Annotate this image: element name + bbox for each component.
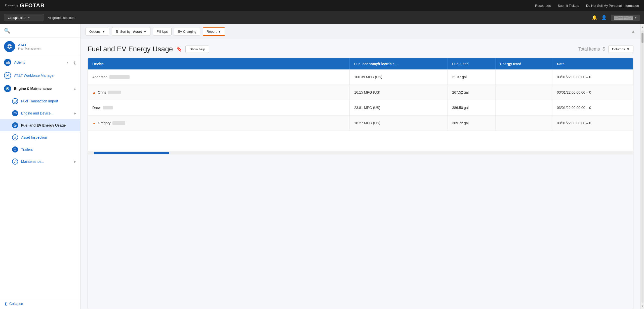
vertical-scrollbar[interactable]: ▲ ▼: [640, 24, 644, 309]
groups-filter-label: Groups filter: [8, 16, 26, 20]
energy-used-cell: [496, 115, 552, 131]
user-profile-chevron-icon: ▼: [634, 16, 637, 19]
energy-used-cell: [496, 100, 552, 115]
table-row: [88, 131, 633, 151]
empty-cell: [88, 131, 633, 151]
fuel-economy-cell: 23.81 MPG (US): [350, 100, 448, 115]
svg-point-10: [7, 88, 8, 89]
columns-button[interactable]: Columns ▼: [608, 46, 633, 53]
column-date: Date: [552, 58, 633, 69]
groups-selected-text: All groups selected: [48, 16, 75, 20]
energy-used-cell: [496, 85, 552, 100]
device-name-anderson: Anderson: [92, 75, 345, 79]
content-area: Options ▼ ⇅ Sort by: Asset ▼ Fill-Ups EV…: [80, 24, 640, 309]
sort-by-button[interactable]: ⇅ Sort by: Asset ▼: [112, 27, 150, 36]
engine-maintenance-expand-icon: ▲: [73, 87, 76, 90]
sidebar-item-maintenance[interactable]: Maintenance... ▶: [0, 156, 80, 168]
groups-filter-button[interactable]: Groups filter ▼: [4, 14, 44, 21]
sidebar-item-trailers[interactable]: Trailers: [0, 143, 80, 156]
sidebar-item-activity[interactable]: Activity ▼ ❮: [0, 56, 80, 69]
sidebar-item-fuel-ev-label: Fuel and EV Energy Usage: [21, 123, 66, 127]
svg-rect-7: [9, 62, 10, 64]
top-navigation: Powered by GEOTAB Resources Submit Ticke…: [0, 0, 644, 11]
activity-expand-icon: ▼: [66, 61, 69, 64]
show-help-button[interactable]: Show help: [185, 46, 209, 53]
groups-filter-bar: Groups filter ▼ All groups selected 🔔 👤 …: [0, 11, 644, 24]
options-button[interactable]: Options ▼: [86, 28, 109, 35]
scroll-down-arrow-icon[interactable]: ▼: [640, 304, 644, 308]
resources-link[interactable]: Resources: [535, 4, 551, 8]
date-cell: 03/01/22 00:00:00 – 0: [552, 100, 633, 115]
ev-charging-button[interactable]: EV Charging: [174, 28, 200, 35]
do-not-sell-link[interactable]: Do Not Sell My Personal Information: [586, 4, 639, 8]
sidebar-item-engine-device[interactable]: Engine and Device... ▶: [0, 107, 80, 119]
sidebar-item-att-workforce[interactable]: AT&T Workforce Manager: [0, 69, 80, 82]
submit-tickets-link[interactable]: Submit Tickets: [558, 4, 579, 8]
top-right-icons: 🔔 👤 ▓▓▓▓▓▓▓▓ ▼: [592, 15, 640, 21]
column-fuel-economy: Fuel economy/Electric e...: [350, 58, 448, 69]
sidebar-item-engine-maintenance[interactable]: Engine & Maintenance ▲: [0, 82, 80, 95]
maintenance-icon: [12, 159, 18, 165]
collapse-label: Collapse: [9, 302, 23, 306]
att-workforce-icon: [4, 72, 11, 79]
device-cell: Anderson: [88, 69, 350, 85]
sidebar-item-fuel-ev[interactable]: Fuel and EV Energy Usage: [0, 119, 80, 131]
scroll-up-icon[interactable]: ▲: [631, 29, 635, 34]
redacted-name: [112, 121, 125, 125]
device-cell: ▲ Gregory: [88, 115, 350, 131]
main-layout: 🔍 AT&T Fleet Management: [0, 24, 644, 309]
sidebar-collapse-chevron-icon[interactable]: ❮: [73, 60, 76, 65]
sidebar-search-area[interactable]: 🔍: [0, 24, 80, 37]
engine-maintenance-icon: [4, 85, 11, 92]
toolbar: Options ▼ ⇅ Sort by: Asset ▼ Fill-Ups EV…: [80, 24, 640, 39]
notifications-bell-icon[interactable]: 🔔: [592, 15, 597, 20]
fill-ups-button[interactable]: Fill-Ups: [153, 28, 172, 35]
svg-point-8: [7, 74, 8, 75]
table-header-row: Device Fuel economy/Electric e... Fuel u…: [88, 58, 633, 69]
geotab-logo: GEOTAB: [20, 2, 45, 9]
collapse-chevron-icon: ❮: [4, 301, 7, 306]
scroll-up-area: ▲: [631, 29, 635, 34]
svg-rect-4: [6, 62, 7, 64]
column-energy-used: Energy used: [496, 58, 552, 69]
user-profile-icon[interactable]: 👤: [601, 15, 607, 20]
horizontal-scrollbar[interactable]: [88, 151, 633, 154]
table-row: Anderson 100.39 MPG (US) 21.37 gal: [88, 69, 633, 85]
report-button[interactable]: Report ▼: [203, 27, 225, 36]
fuel-economy-cell: 18.27 MPG (US): [350, 115, 448, 131]
table-row: ▲ Chris 16.15 MPG (US) 267.52 gal: [88, 85, 633, 100]
user-name-text: ▓▓▓▓▓▓▓▓: [614, 16, 633, 20]
column-fuel-used: Fuel used: [448, 58, 496, 69]
company-name: AT&T: [18, 43, 41, 47]
sort-by-label: Sort by:: [120, 30, 132, 33]
fuel-economy-cell: 100.39 MPG (US): [350, 69, 448, 85]
bookmark-icon[interactable]: 🔖: [176, 46, 182, 52]
warning-triangle-icon: ▲: [92, 121, 96, 125]
sidebar-collapse-button[interactable]: ❮ Collapse: [0, 298, 80, 309]
logo-area: Powered by GEOTAB: [5, 2, 45, 9]
page-content: Fuel and EV Energy Usage 🔖 Show help Tot…: [80, 39, 640, 309]
svg-point-15: [15, 125, 16, 126]
column-device: Device: [88, 58, 350, 69]
device-cell: Drew: [88, 100, 350, 115]
top-nav-links: Resources Submit Tickets Do Not Sell My …: [535, 4, 639, 8]
sidebar-item-trailers-label: Trailers: [21, 147, 33, 151]
fuel-used-cell: 267.52 gal: [448, 85, 496, 100]
svg-rect-20: [14, 149, 16, 150]
activity-icon: [4, 59, 11, 66]
groups-filter-chevron-icon: ▼: [28, 16, 30, 19]
device-cell: ▲ Chris: [88, 85, 350, 100]
user-profile-button[interactable]: ▓▓▓▓▓▓▓▓ ▼: [611, 15, 640, 21]
fuel-used-cell: 21.37 gal: [448, 69, 496, 85]
energy-used-cell: [496, 69, 552, 85]
table-row: Drew 23.81 MPG (US) 386.50 gal: [88, 100, 633, 115]
scroll-up-arrow-icon[interactable]: ▲: [640, 25, 644, 29]
sidebar-item-engine-maintenance-label: Engine & Maintenance: [14, 87, 52, 91]
search-icon[interactable]: 🔍: [4, 28, 10, 33]
sidebar-item-fuel-transaction-label: Fuel Transaction Import: [21, 99, 58, 103]
maintenance-expand-icon: ▶: [74, 160, 76, 163]
ev-charging-label: EV Charging: [178, 30, 196, 33]
sidebar-item-fuel-transaction[interactable]: Fuel Transaction Import: [0, 95, 80, 107]
sidebar-item-asset-inspection[interactable]: Asset Inspection: [0, 131, 80, 143]
page-header: Fuel and EV Energy Usage 🔖 Show help Tot…: [88, 45, 633, 53]
